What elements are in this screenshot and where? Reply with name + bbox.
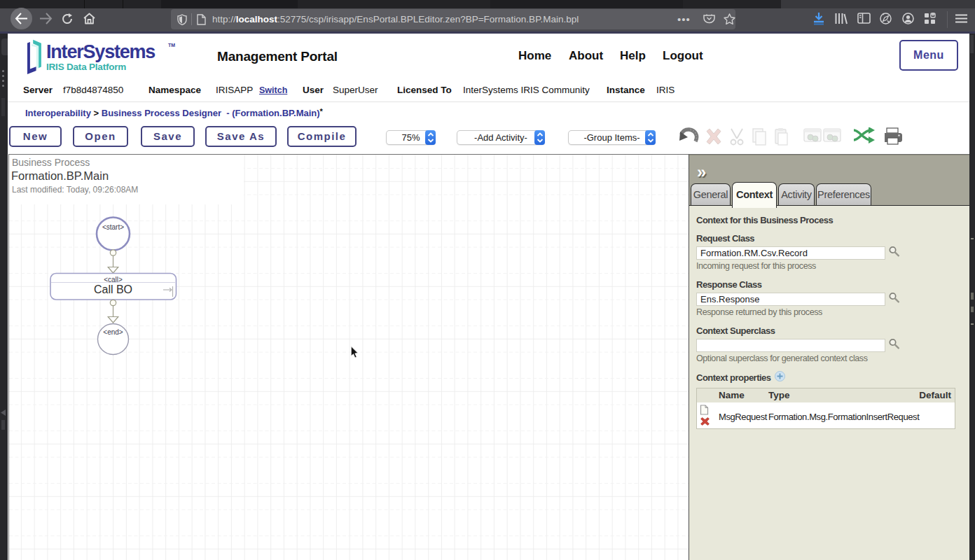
svg-text:InterSystems: InterSystems	[46, 41, 155, 62]
svg-text:<call>: <call>	[104, 276, 123, 284]
svg-text:TM: TM	[168, 43, 175, 48]
svg-text:<end>: <end>	[103, 328, 123, 336]
svg-text:Call BO: Call BO	[94, 284, 132, 295]
svg-text:<start>: <start>	[102, 223, 124, 231]
svg-text:IRIS Data Platform: IRIS Data Platform	[46, 62, 126, 72]
